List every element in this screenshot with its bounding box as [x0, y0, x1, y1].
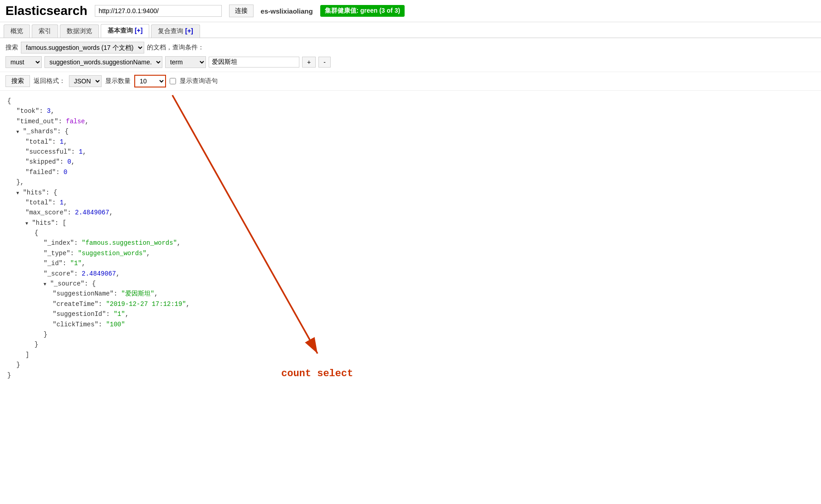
json-hits-inner-open: ▼ "hits": [: [25, 218, 814, 228]
json-source-open: ▼ "_source": {: [44, 279, 814, 289]
json-source-close: }: [44, 330, 814, 339]
search-prefix: 搜索: [5, 44, 18, 52]
search-suffix: 的文档，查询条件：: [147, 44, 204, 52]
query-value-input[interactable]: [209, 57, 299, 68]
must-select[interactable]: must: [5, 56, 42, 68]
add-condition-button[interactable]: +: [302, 57, 316, 68]
json-type: "_type": "suggestion_words",: [44, 248, 814, 258]
json-successful: "successful": 1,: [25, 147, 814, 157]
show-query-label: 显示查询语句: [180, 77, 218, 85]
json-hits-outer-open: ▼ "hits": {: [16, 188, 814, 198]
json-failed: "failed": 0: [25, 167, 814, 177]
json-score: "_score": 2.4849067,: [44, 269, 814, 279]
search-line2: must suggestion_words.suggestionName.key…: [5, 56, 816, 68]
json-open-brace: {: [7, 96, 814, 106]
json-hits-outer-close: }: [16, 360, 814, 370]
json-suggestionName: "suggestionName": "爱因斯坦",: [53, 289, 814, 299]
json-suggestionId: "suggestionId": "1",: [53, 309, 814, 319]
json-skipped: "skipped": 0,: [25, 157, 814, 167]
tab-basic-query[interactable]: 基本查询 [+]: [101, 24, 149, 38]
search-area: 搜索 famous.suggestion_words (17 个文档) 的文档，…: [0, 38, 821, 72]
json-clickTimes: "clickTimes": "100": [53, 320, 814, 330]
json-max-score: "max_score": 2.4849067,: [25, 208, 814, 218]
field-select[interactable]: suggestion_words.suggestionName.keyword: [44, 56, 162, 68]
show-query-checkbox[interactable]: [170, 78, 176, 84]
json-took: "took": 3,: [16, 106, 814, 116]
nav-tabs: 概览 索引 数据浏览 基本查询 [+] 复合查询 [+]: [0, 22, 821, 38]
json-close-brace: }: [7, 370, 814, 380]
app-title: Elasticsearch: [5, 4, 88, 18]
connect-button[interactable]: 连接: [229, 5, 254, 17]
json-shards-open: ▼ "_shards": {: [16, 126, 814, 136]
tab-overview[interactable]: 概览: [4, 24, 30, 38]
json-item-open: {: [34, 228, 814, 238]
search-line1: 搜索 famous.suggestion_words (17 个文档) 的文档，…: [5, 42, 816, 53]
json-hits-total: "total": 1,: [25, 198, 814, 208]
json-timed-out: "timed_out": false,: [16, 116, 814, 126]
json-shards-close: },: [16, 177, 814, 187]
json-total: "total": 1,: [25, 137, 814, 147]
search-button[interactable]: 搜索: [5, 75, 30, 87]
index-select[interactable]: famous.suggestion_words (17 个文档): [21, 42, 144, 53]
json-id: "_id": "1",: [44, 258, 814, 268]
count-label: 显示数量: [105, 77, 131, 85]
count-select-wrapper: 10 20 50 100: [134, 75, 166, 87]
json-index: "_index": "famous.suggestion_words",: [44, 238, 814, 248]
query-type-select[interactable]: term: [165, 56, 206, 68]
result-area: { "took": 3, "timed_out": false, ▼ "_sha…: [0, 91, 821, 386]
search-controls: 搜索 返回格式： JSON 显示数量 10 20 50 100 显示查询语句: [0, 72, 821, 91]
tab-complex-query[interactable]: 复合查询 [+]: [151, 24, 200, 38]
json-createTime: "createTime": "2019-12-27 17:12:19",: [53, 299, 814, 309]
tab-data-browse[interactable]: 数据浏览: [60, 24, 99, 38]
url-input[interactable]: [95, 5, 222, 17]
json-hits-inner-close: ]: [25, 350, 814, 360]
format-label: 返回格式：: [34, 77, 65, 85]
json-item-close: }: [34, 339, 814, 349]
header: Elasticsearch 连接 es-wslixiaoliang 集群健康值:…: [0, 0, 821, 22]
username-label: es-wslixiaoliang: [261, 7, 313, 15]
remove-condition-button[interactable]: -: [318, 57, 331, 68]
health-badge: 集群健康值: green (3 of 3): [320, 5, 405, 17]
format-select[interactable]: JSON: [69, 75, 102, 87]
tab-index[interactable]: 索引: [32, 24, 58, 38]
count-select[interactable]: 10 20 50 100: [134, 75, 166, 87]
